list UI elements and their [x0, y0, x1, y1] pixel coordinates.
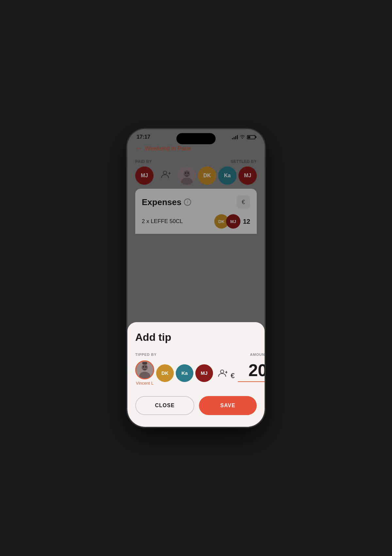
currency-symbol: € [231, 372, 235, 382]
svg-point-14 [220, 370, 224, 373]
tipper-ka[interactable]: Ka [176, 364, 193, 382]
tipper-dk[interactable]: DK [156, 364, 174, 382]
tipped-avatars: Vincent L DK Ka MJ [135, 360, 231, 386]
selected-tipper-name: Vincent L [136, 381, 154, 386]
tipper-vl[interactable]: Vincent L [135, 360, 154, 386]
amount-section: AMOUNT € [231, 353, 265, 383]
amount-label: AMOUNT [250, 353, 265, 356]
add-tipper-button[interactable] [215, 365, 231, 381]
tipped-by-section: TIPPED BY [135, 353, 257, 386]
modal-title: Add tip [135, 331, 257, 343]
phone-screen: 17:17 [127, 129, 265, 427]
action-buttons: CLOSE SAVE [135, 396, 257, 415]
tipped-by-label: TIPPED BY [135, 353, 231, 356]
tip-amount-input[interactable] [238, 360, 265, 382]
add-tip-modal: Add tip TIPPED BY [127, 322, 265, 427]
amount-input-row: € [231, 360, 265, 383]
svg-point-12 [145, 366, 147, 368]
phone-frame: 17:17 [127, 129, 265, 427]
svg-rect-13 [142, 362, 147, 364]
tipper-mj[interactable]: MJ [195, 364, 213, 382]
svg-point-11 [143, 366, 144, 368]
close-button[interactable]: CLOSE [135, 396, 194, 415]
svg-point-9 [142, 364, 148, 371]
save-button[interactable]: SAVE [199, 396, 257, 415]
